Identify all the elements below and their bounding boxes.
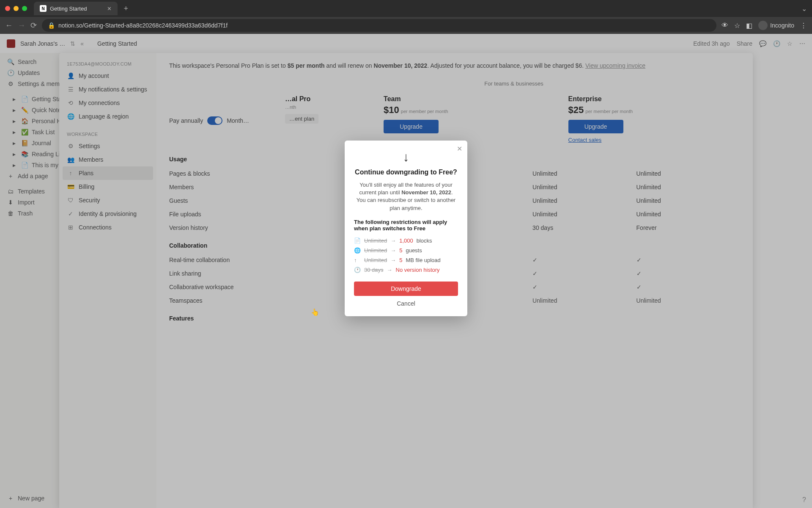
modal-title: Continue downgrading to Free?	[354, 168, 458, 176]
maximize-window-button[interactable]	[22, 6, 27, 11]
restriction-item: 🕐30 days→No version history	[354, 265, 458, 275]
eye-off-icon[interactable]: 👁	[721, 22, 728, 29]
app: Sarah Jonas's … ⇅ « Getting Started Edit…	[0, 34, 812, 508]
incognito-icon	[758, 21, 768, 30]
tab-title: Getting Started	[50, 6, 87, 12]
restriction-icon: 📄	[354, 237, 361, 244]
minimize-window-button[interactable]	[14, 6, 19, 11]
url-bar: ← → ⟳ 🔒 notion.so/Getting-Started-a8a8c2…	[0, 17, 812, 34]
back-button[interactable]: ←	[5, 21, 13, 30]
restriction-icon: 🕐	[354, 267, 361, 273]
close-modal-button[interactable]: ✕	[457, 145, 462, 153]
arrow-right-icon: →	[390, 257, 396, 263]
modal-body: You'll still enjoy all the features of y…	[354, 181, 458, 212]
restriction-item: 🌐Unlimited→5 guests	[354, 246, 458, 255]
tab-favicon-icon: N	[40, 5, 47, 12]
menu-icon[interactable]: ⋮	[800, 22, 807, 30]
tab-bar: N Getting Started ✕ + ⌄	[0, 0, 812, 17]
browser-tab[interactable]: N Getting Started ✕	[34, 2, 118, 15]
lock-icon: 🔒	[48, 22, 55, 29]
incognito-badge[interactable]: Incognito	[758, 21, 794, 30]
close-window-button[interactable]	[5, 6, 10, 11]
panel-icon[interactable]: ◧	[746, 22, 752, 30]
arrow-right-icon: →	[390, 247, 396, 254]
restrictions-title: The following restrictions will apply wh…	[354, 219, 458, 232]
url-field[interactable]: 🔒 notion.so/Getting-Started-a8a8c20268c2…	[42, 19, 716, 32]
arrow-right-icon: →	[390, 237, 396, 244]
arrow-right-icon: →	[387, 267, 392, 273]
traffic-lights	[5, 6, 27, 11]
incognito-label: Incognito	[770, 22, 794, 29]
reload-button[interactable]: ⟳	[30, 21, 37, 30]
restriction-item: ↑Unlimited→5 MB file upload	[354, 255, 458, 265]
restriction-icon: ↑	[354, 257, 361, 263]
forward-button[interactable]: →	[18, 21, 25, 30]
tabs-menu-icon[interactable]: ⌄	[801, 5, 807, 13]
restriction-item: 📄Unlimited→1,000 blocks	[354, 236, 458, 246]
close-tab-icon[interactable]: ✕	[107, 6, 112, 12]
url-text: notion.so/Getting-Started-a8a8c20268c246…	[58, 22, 228, 29]
arrow-down-icon: ↓	[354, 150, 458, 164]
downgrade-button[interactable]: Downgrade	[354, 282, 458, 296]
restriction-icon: 🌐	[354, 247, 361, 254]
new-tab-button[interactable]: +	[123, 4, 128, 13]
downgrade-modal: ✕ ↓ Continue downgrading to Free? You'll…	[345, 141, 467, 316]
browser-chrome: N Getting Started ✕ + ⌄ ← → ⟳ 🔒 notion.s…	[0, 0, 812, 34]
bookmark-icon[interactable]: ☆	[734, 22, 740, 30]
cancel-button[interactable]: Cancel	[354, 296, 458, 307]
url-actions: 👁 ☆ ◧ Incognito ⋮	[721, 21, 807, 30]
